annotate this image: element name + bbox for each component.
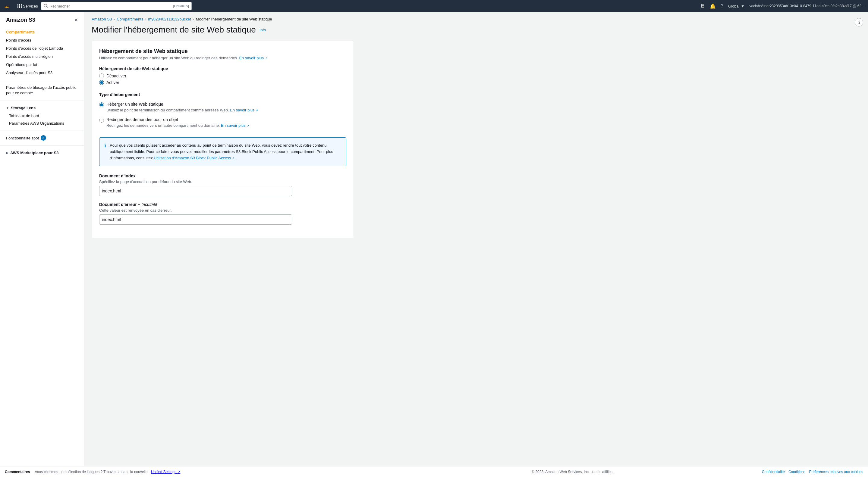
document-index-field: Document d'index Spécifiez la page d'acc…	[99, 173, 346, 196]
block-public-access-link[interactable]: Utilisation d'Amazon S3 Block Public Acc…	[154, 156, 236, 160]
document-erreur-label: Document d'erreur – facultatif	[99, 202, 346, 207]
radio-heberger-input[interactable]	[99, 102, 104, 107]
nav-right: 🖥 🔔 ? Global ▼ voclabs/user2329853=b13e0…	[700, 3, 864, 9]
document-erreur-desc: Cette valeur est renvoyée en cas d'erreu…	[99, 208, 346, 213]
static-hosting-radio-group: Désactiver Activer	[99, 73, 346, 85]
terminal-icon-button[interactable]: 🖥	[700, 3, 705, 9]
sidebar-divider-3	[0, 130, 84, 130]
heberger-desc: Utilisez le point de terminaison du comp…	[99, 108, 346, 112]
chevron-down-icon: ▼	[6, 106, 9, 110]
svg-line-2	[46, 7, 48, 8]
breadcrumb-current: Modifier l'hébergement de site Web stati…	[196, 17, 272, 22]
hosting-type-section: Type d'hébergement Héberger un site Web …	[99, 92, 346, 130]
sidebar-storage-lens-toggle[interactable]: ▼ Storage Lens	[0, 104, 84, 112]
region-selector[interactable]: Global ▼	[728, 4, 744, 8]
side-info-button[interactable]: ℹ	[855, 18, 863, 27]
chevron-right-icon: ▶	[6, 151, 8, 155]
radio-activer[interactable]: Activer	[99, 80, 346, 85]
sidebar-storage-lens-label: Storage Lens	[11, 106, 36, 110]
sidebar-header: Amazon S3 ✕	[0, 17, 84, 28]
document-index-input[interactable]	[99, 186, 292, 196]
aws-logo[interactable]: aws	[4, 3, 14, 9]
sidebar-item-operations-lot[interactable]: Opérations par lot	[0, 61, 84, 69]
static-hosting-section: Hébergement de site Web statique Désacti…	[99, 66, 346, 85]
services-label: Services	[23, 4, 38, 8]
static-hosting-card: Hébergement de site Web statique Utilise…	[92, 41, 354, 238]
services-menu-button[interactable]: Services	[18, 4, 38, 8]
main-content: Amazon S3 › Compartiments › my6284621181…	[84, 12, 868, 466]
sidebar-divider-2	[0, 101, 84, 101]
sidebar-aws-marketplace-toggle[interactable]: ▶ AWS Marketplace pour S3	[0, 149, 84, 157]
sidebar-nav: Compartiments Points d'accès Points d'ac…	[0, 28, 84, 157]
sidebar-divider-4	[0, 145, 84, 146]
breadcrumb: Amazon S3 › Compartiments › my6284621181…	[92, 17, 861, 22]
rediriger-learn-more-link[interactable]: En savoir plus ↗	[221, 123, 249, 128]
search-icon	[44, 4, 48, 8]
radio-heberger-label: Héberger un site Web statique	[106, 102, 163, 107]
card-learn-more-link[interactable]: En savoir plus ↗	[239, 56, 267, 60]
page-info-link[interactable]: Info	[259, 28, 266, 32]
block-access-external-icon: ↗	[232, 157, 235, 160]
hosting-type-label: Type d'hébergement	[99, 92, 346, 97]
breadcrumb-compartiments[interactable]: Compartiments	[117, 17, 143, 22]
radio-desactiver[interactable]: Désactiver	[99, 73, 346, 78]
heberger-external-icon: ↗	[255, 109, 258, 112]
document-index-label: Document d'index	[99, 173, 346, 178]
sidebar-item-points-acces-lambda[interactable]: Points d'accès de l'objet Lambda	[0, 44, 84, 53]
radio-activer-label: Activer	[106, 80, 119, 85]
search-shortcut: [Option+S]	[173, 4, 189, 8]
radio-desactiver-label: Désactiver	[106, 73, 126, 78]
page-title: Modifier l'hébergement de site Web stati…	[92, 25, 256, 35]
help-icon-button[interactable]: ?	[721, 3, 723, 9]
document-erreur-field: Document d'erreur – facultatif Cette val…	[99, 202, 346, 225]
sidebar-title: Amazon S3	[6, 17, 35, 23]
breadcrumb-separator-2: ›	[145, 17, 146, 22]
radio-desactiver-input[interactable]	[99, 73, 104, 78]
info-box-text: Pour que vos clients puissent accéder au…	[110, 142, 341, 161]
breadcrumb-s3[interactable]: Amazon S3	[92, 17, 112, 22]
top-navigation: aws Services [Option+S] 🖥 🔔 ? Global ▼ v…	[0, 0, 868, 12]
radio-rediriger-input[interactable]	[99, 118, 104, 123]
svg-text:aws: aws	[5, 6, 10, 8]
radio-rediriger-label: Rediriger des demandes pour un objet	[106, 117, 178, 122]
sidebar-item-aws-organizations[interactable]: Paramètres AWS Organizations	[0, 120, 84, 127]
rediriger-external-icon: ↗	[247, 124, 249, 127]
heberger-learn-more-link[interactable]: En savoir plus ↗	[230, 108, 258, 112]
info-box: ℹ Pour que vos clients puissent accéder …	[99, 137, 346, 166]
info-circle-icon: ℹ	[104, 143, 106, 161]
rediriger-desc: Redirigez les demandes vers un autre com…	[99, 123, 346, 128]
breadcrumb-separator-1: ›	[114, 17, 115, 22]
fonctionnalite-spot-badge: 3	[41, 135, 46, 141]
fonctionnalite-spot-label: Fonctionnalité spot	[6, 136, 39, 140]
document-erreur-input[interactable]	[99, 214, 292, 225]
sidebar-item-block-access[interactable]: Paramètres de blocage de l'accès public …	[0, 83, 84, 98]
card-title: Hébergement de site Web statique	[99, 48, 346, 55]
sidebar-item-fonctionnalite-spot[interactable]: Fonctionnalité spot 3	[0, 133, 84, 142]
static-hosting-label: Hébergement de site Web statique	[99, 66, 346, 71]
sidebar-item-tableaux-bord[interactable]: Tableaux de bord	[0, 112, 84, 120]
sidebar-item-analyseur[interactable]: Analyseur d'accès pour S3	[0, 69, 84, 77]
bell-icon-button[interactable]: 🔔	[710, 3, 716, 9]
sidebar-aws-marketplace-label: AWS Marketplace pour S3	[10, 150, 59, 155]
sidebar-item-compartiments[interactable]: Compartiments	[0, 28, 84, 36]
card-description: Utilisez ce compartiment pour héberger u…	[99, 56, 346, 60]
external-link-icon: ↗	[265, 57, 267, 60]
region-chevron-icon: ▼	[741, 4, 745, 8]
sidebar-item-points-acces-multi[interactable]: Points d'accès multi-région	[0, 53, 84, 61]
region-label: Global	[728, 4, 740, 8]
search-bar[interactable]: [Option+S]	[41, 2, 192, 10]
account-info[interactable]: voclabs/user2329853=b13e0410-8479-11ed-a…	[749, 4, 864, 8]
document-index-desc: Spécifiez la page d'accueil ou par défau…	[99, 179, 346, 184]
hosting-option-redirect: Rediriger des demandes pour un objet Red…	[99, 115, 346, 130]
sidebar-close-button[interactable]: ✕	[74, 17, 78, 23]
grid-icon	[18, 4, 22, 8]
sidebar: Amazon S3 ✕ Compartiments Points d'accès…	[0, 12, 84, 466]
hosting-option-static: Héberger un site Web statique Utilisez l…	[99, 99, 346, 115]
radio-activer-input[interactable]	[99, 80, 104, 85]
sidebar-divider-1	[0, 80, 84, 80]
search-input[interactable]	[50, 4, 172, 8]
breadcrumb-bucket[interactable]: my628462118132bucket	[148, 17, 191, 22]
breadcrumb-separator-3: ›	[193, 17, 194, 22]
sidebar-item-points-acces[interactable]: Points d'accès	[0, 36, 84, 44]
page-title-row: Modifier l'hébergement de site Web stati…	[92, 25, 861, 35]
